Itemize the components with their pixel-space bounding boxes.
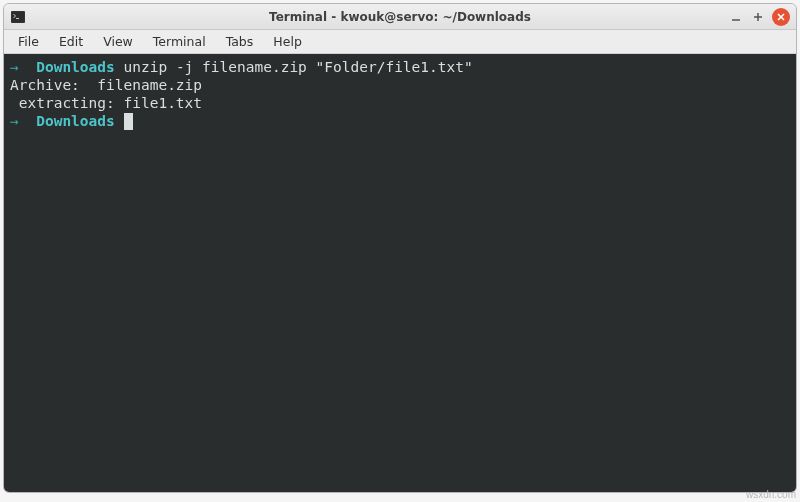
prompt-dir: Downloads: [36, 113, 115, 129]
menu-tabs[interactable]: Tabs: [216, 31, 264, 52]
terminal-icon: [10, 9, 26, 25]
menu-view[interactable]: View: [93, 31, 143, 52]
output-line: extracting: file1.txt: [10, 95, 202, 111]
terminal-content[interactable]: → Downloads unzip -j filename.zip "Folde…: [4, 54, 796, 492]
command-text: unzip -j filename.zip "Folder/file1.txt": [115, 59, 473, 75]
terminal-window: Terminal - kwouk@servo: ~/Downloads File…: [3, 3, 797, 493]
watermark-text: wsxdn.com: [746, 489, 796, 500]
prompt-dir: Downloads: [36, 59, 115, 75]
menubar: File Edit View Terminal Tabs Help: [4, 30, 796, 54]
menu-edit[interactable]: Edit: [49, 31, 93, 52]
menu-terminal[interactable]: Terminal: [143, 31, 216, 52]
titlebar[interactable]: Terminal - kwouk@servo: ~/Downloads: [4, 4, 796, 30]
prompt-arrow-icon: →: [10, 113, 36, 129]
maximize-button[interactable]: [750, 9, 766, 25]
cursor-block: [124, 113, 133, 130]
menu-file[interactable]: File: [8, 31, 49, 52]
minimize-button[interactable]: [728, 9, 744, 25]
prompt-arrow-icon: →: [10, 59, 36, 75]
window-title: Terminal - kwouk@servo: ~/Downloads: [4, 10, 796, 24]
prompt-tail: [115, 113, 124, 129]
menu-help[interactable]: Help: [263, 31, 312, 52]
close-button[interactable]: [772, 8, 790, 26]
output-line: Archive: filename.zip: [10, 77, 202, 93]
window-controls: [728, 8, 790, 26]
